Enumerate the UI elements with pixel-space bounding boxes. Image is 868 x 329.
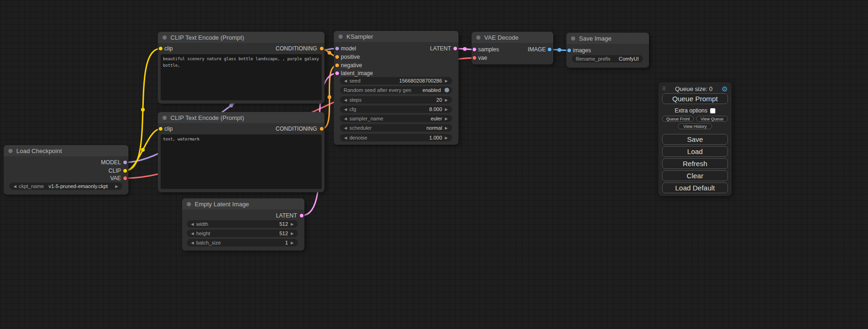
refresh-button[interactable]: Refresh	[662, 158, 728, 169]
link-midpoint-dot	[141, 108, 145, 112]
load-default-button[interactable]: Load Default	[662, 182, 728, 193]
port-samples-input[interactable]	[472, 47, 477, 52]
decrement-arrow-icon[interactable]: ◀	[343, 107, 348, 112]
collapse-dot-icon[interactable]	[571, 36, 575, 41]
increment-arrow-icon[interactable]: ▶	[444, 136, 449, 140]
widget-height[interactable]: ◀ height 512 ▶	[187, 230, 298, 237]
node-save-image[interactable]: Save Image images filename_prefix ComfyU…	[566, 33, 649, 68]
decrement-arrow-icon[interactable]: ◀	[190, 241, 195, 245]
node-clip-text-encode-negative[interactable]: CLIP Text Encode (Prompt) clip CONDITION…	[158, 112, 325, 192]
node-titlebar[interactable]: KSampler	[334, 31, 459, 42]
port-model-input[interactable]	[335, 46, 339, 51]
node-clip-text-encode-positive[interactable]: CLIP Text Encode (Prompt) clip CONDITION…	[158, 32, 325, 104]
port-vae-input[interactable]	[472, 56, 477, 60]
port-conditioning-output[interactable]	[319, 126, 324, 131]
decrement-arrow-icon[interactable]: ◀	[343, 79, 348, 83]
node-title: VAE Decode	[484, 34, 518, 41]
decrement-arrow-icon[interactable]: ◀	[343, 117, 348, 121]
slot-label-model: model	[341, 45, 356, 52]
widget-name: Random seed after every gen	[343, 87, 423, 93]
widget-value: 156680208700286	[399, 78, 444, 84]
collapse-dot-icon[interactable]	[339, 35, 343, 39]
port-positive-input[interactable]	[335, 55, 339, 59]
widget-seed[interactable]: ◀ seed 156680208700286 ▶	[340, 77, 452, 84]
widget-name: ckpt_name	[18, 183, 44, 189]
decrement-arrow-icon[interactable]: ◀	[343, 98, 348, 102]
widget-random-seed-toggle[interactable]: Random seed after every gen enabled	[340, 86, 452, 94]
load-button[interactable]: Load	[662, 146, 728, 157]
node-ksampler[interactable]: KSampler model positive negative latent_…	[334, 31, 459, 145]
widget-scheduler[interactable]: ◀ scheduler normal ▶	[340, 124, 452, 132]
extra-options-checkbox[interactable]	[710, 108, 715, 113]
decrement-arrow-icon[interactable]: ◀	[190, 222, 195, 226]
port-image-output[interactable]	[547, 47, 552, 52]
collapse-dot-icon[interactable]	[187, 202, 191, 206]
node-titlebar[interactable]: Load Checkpoint	[4, 145, 128, 156]
queue-prompt-button[interactable]: Queue Prompt	[662, 93, 728, 104]
increment-arrow-icon[interactable]: ▶	[444, 79, 449, 83]
widget-width[interactable]: ◀ width 512 ▶	[187, 220, 298, 228]
widget-denoise[interactable]: ◀ denoise 1.000 ▶	[340, 134, 452, 141]
clear-button[interactable]: Clear	[662, 170, 728, 181]
increment-arrow-icon[interactable]: ▶	[444, 107, 449, 112]
port-vae-output[interactable]	[123, 176, 127, 181]
increment-arrow-icon[interactable]: ▶	[114, 184, 120, 189]
node-titlebar[interactable]: VAE Decode	[472, 32, 553, 43]
increment-arrow-icon[interactable]: ▶	[444, 98, 449, 102]
queue-front-button[interactable]: Queue Front	[662, 116, 694, 122]
port-latent-image-input[interactable]	[335, 71, 339, 76]
decrement-arrow-icon[interactable]: ◀	[190, 231, 195, 236]
save-button[interactable]: Save	[662, 134, 728, 145]
positive-prompt-textarea[interactable]: beautiful scenery nature glass bottle la…	[161, 54, 322, 100]
widget-filename-prefix[interactable]: filename_prefix ComfyUI	[572, 55, 643, 63]
port-clip-input[interactable]	[158, 46, 163, 51]
port-conditioning-output[interactable]	[319, 46, 324, 51]
drag-handle-icon[interactable]: ⠿	[662, 86, 666, 92]
port-images-input[interactable]	[567, 48, 572, 53]
widget-sampler-name[interactable]: ◀ sampler_name euler ▶	[340, 115, 452, 122]
increment-arrow-icon[interactable]: ▶	[444, 117, 449, 121]
slot-label-vae: VAE	[110, 175, 121, 182]
decrement-arrow-icon[interactable]: ◀	[343, 136, 348, 140]
graph-canvas[interactable]: Load Checkpoint MODEL CLIP VAE ◀ ckpt_na…	[0, 0, 868, 329]
increment-arrow-icon[interactable]: ▶	[289, 241, 295, 245]
collapse-dot-icon[interactable]	[476, 35, 480, 40]
node-titlebar[interactable]: Save Image	[566, 33, 649, 44]
port-model-output[interactable]	[123, 160, 127, 165]
widget-name: batch_size	[195, 240, 285, 245]
negative-prompt-textarea[interactable]: text, watermark	[161, 134, 322, 189]
slot-label-conditioning: CONDITIONING	[275, 45, 317, 52]
increment-arrow-icon[interactable]: ▶	[444, 126, 449, 130]
widget-steps[interactable]: ◀ steps 20 ▶	[340, 96, 452, 104]
view-queue-button[interactable]: View Queue	[696, 116, 728, 122]
node-load-checkpoint[interactable]: Load Checkpoint MODEL CLIP VAE ◀ ckpt_na…	[4, 145, 128, 195]
decrement-arrow-icon[interactable]: ◀	[343, 126, 348, 130]
node-titlebar[interactable]: CLIP Text Encode (Prompt)	[158, 112, 325, 123]
slot-label-latent-out: LATENT	[430, 45, 451, 52]
collapse-dot-icon[interactable]	[8, 149, 13, 153]
slot-label-clip: CLIP	[108, 167, 121, 175]
port-clip-input[interactable]	[158, 126, 163, 131]
toggle-knob-icon[interactable]	[445, 88, 449, 92]
settings-gear-icon[interactable]: ⚙	[722, 85, 728, 92]
collapse-dot-icon[interactable]	[162, 116, 167, 120]
increment-arrow-icon[interactable]: ▶	[289, 222, 295, 226]
widget-value: 1	[285, 240, 289, 245]
decrement-arrow-icon[interactable]: ◀	[12, 184, 18, 189]
queue-panel-header: ⠿ Queue size: 0 ⚙	[658, 84, 732, 93]
node-vae-decode[interactable]: VAE Decode samples vae IMAGE	[472, 32, 553, 64]
port-negative-input[interactable]	[335, 63, 339, 68]
widget-ckpt-name[interactable]: ◀ ckpt_name v1-5-pruned-emaonly.ckpt ▶	[9, 182, 122, 190]
port-latent-output[interactable]	[299, 213, 304, 218]
view-history-button[interactable]: View History	[678, 123, 712, 129]
node-empty-latent-image[interactable]: Empty Latent Image LATENT ◀ width 512 ▶ …	[182, 198, 304, 251]
port-clip-output[interactable]	[123, 168, 127, 173]
node-titlebar[interactable]: Empty Latent Image	[182, 198, 304, 210]
node-titlebar[interactable]: CLIP Text Encode (Prompt)	[158, 32, 325, 43]
widget-name: cfg	[348, 106, 429, 112]
increment-arrow-icon[interactable]: ▶	[289, 231, 295, 236]
widget-cfg[interactable]: ◀ cfg 8.000 ▶	[340, 105, 452, 113]
widget-batch-size[interactable]: ◀ batch_size 1 ▶	[187, 239, 298, 246]
port-latent-output[interactable]	[453, 46, 458, 51]
collapse-dot-icon[interactable]	[162, 35, 167, 40]
